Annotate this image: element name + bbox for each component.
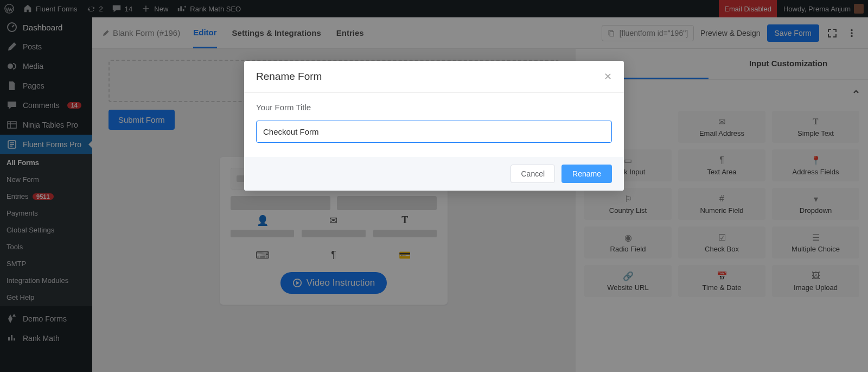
cancel-button[interactable]: Cancel	[510, 165, 555, 183]
modal-title: Rename Form	[256, 71, 322, 83]
modal-label: Your Form Title	[256, 103, 612, 112]
rename-modal: Rename Form ✕ Your Form Title Cancel Ren…	[244, 61, 624, 191]
rename-button[interactable]: Rename	[561, 165, 612, 183]
form-title-input[interactable]	[256, 121, 612, 143]
close-icon[interactable]: ✕	[604, 71, 612, 83]
